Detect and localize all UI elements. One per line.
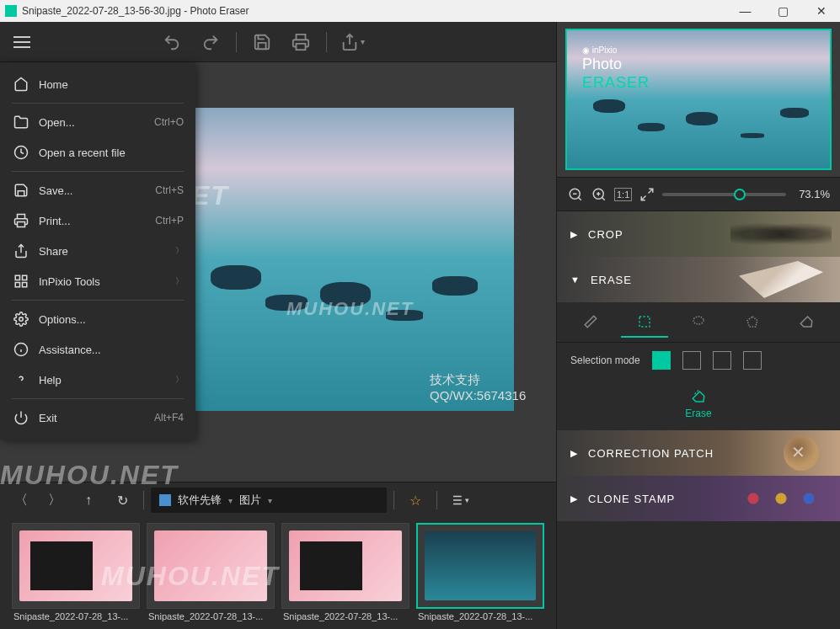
accordion-erase[interactable]: ▼ ERASE bbox=[557, 257, 840, 302]
folder-open-icon bbox=[12, 113, 30, 131]
menu-label: Open a recent file bbox=[39, 147, 126, 159]
tools-icon bbox=[12, 272, 30, 291]
minimize-button[interactable]: — bbox=[726, 0, 764, 22]
thumbnail-label: Snipaste_2022-07-28_13-... bbox=[281, 609, 409, 624]
selection-mode-new[interactable] bbox=[652, 351, 671, 370]
breadcrumb-sep: ▾ bbox=[268, 496, 272, 505]
thumbnail-label: Snipaste_2022-07-28_13-... bbox=[416, 609, 544, 624]
menu-shortcut: Alt+F4 bbox=[154, 412, 184, 424]
zoom-slider-handle[interactable] bbox=[734, 189, 746, 200]
svg-line-25 bbox=[649, 189, 653, 193]
print-icon bbox=[12, 211, 30, 230]
accordion-crop[interactable]: ▶ CROP bbox=[557, 211, 840, 257]
zoom-out-button[interactable] bbox=[567, 186, 584, 203]
thumbnail-item[interactable]: Snipaste_2022-07-28_13-... bbox=[416, 523, 544, 624]
svg-rect-6 bbox=[23, 275, 27, 280]
undo-button[interactable] bbox=[155, 27, 189, 57]
preview-image[interactable]: ◉ inPixio Photo ERASER bbox=[565, 29, 832, 170]
file-menu: Home Open... Ctrl+O Open a recent file S… bbox=[0, 62, 195, 440]
filmstrip: 〈 〉 ↑ ↻ 软件先锋 ▾ 图片 ▾ ☆ ▾ bbox=[0, 482, 556, 629]
watermark: MUHOU.NET bbox=[0, 460, 179, 491]
brush-tool[interactable] bbox=[567, 307, 614, 338]
menu-open[interactable]: Open... Ctrl+O bbox=[0, 107, 195, 137]
menu-home[interactable]: Home bbox=[0, 69, 195, 99]
polygon-tool[interactable] bbox=[729, 307, 776, 338]
zoom-fit-button[interactable] bbox=[639, 186, 655, 203]
accordion-label: CORRECTION PATCH bbox=[588, 447, 714, 460]
menu-label: Print... bbox=[39, 215, 71, 227]
watermark: MUHOU.NET bbox=[101, 561, 280, 592]
share-button[interactable]: ▾ bbox=[335, 27, 369, 57]
svg-line-26 bbox=[642, 195, 646, 200]
menu-inpixio-tools[interactable]: InPixio Tools 〉 bbox=[0, 266, 195, 296]
canvas-image[interactable] bbox=[177, 108, 514, 411]
chevron-down-icon: ▼ bbox=[570, 275, 581, 285]
menu-options[interactable]: Options... bbox=[0, 304, 195, 334]
favorite-button[interactable]: ☆ bbox=[401, 486, 430, 514]
accordion-label: CROP bbox=[588, 228, 623, 241]
menu-shortcut: Ctrl+O bbox=[154, 116, 184, 128]
menu-shortcut: Ctrl+P bbox=[155, 215, 184, 227]
brand-line1: Photo bbox=[582, 56, 650, 74]
main-toolbar: ▾ bbox=[0, 22, 556, 62]
svg-marker-29 bbox=[747, 317, 757, 327]
zoom-in-button[interactable] bbox=[591, 186, 607, 203]
menu-label: Help bbox=[39, 374, 62, 386]
menu-label: Exit bbox=[39, 412, 57, 424]
menu-assistance[interactable]: Assistance... bbox=[0, 334, 195, 365]
app-icon bbox=[5, 5, 17, 17]
selection-mode-label: Selection mode bbox=[570, 354, 640, 366]
chevron-right-icon: 〉 bbox=[175, 275, 184, 287]
menu-help[interactable]: Help 〉 bbox=[0, 365, 195, 395]
save-icon bbox=[12, 181, 30, 200]
svg-point-9 bbox=[19, 317, 24, 322]
hamburger-menu-button[interactable] bbox=[7, 27, 37, 57]
chevron-right-icon: ▶ bbox=[570, 229, 578, 240]
save-button[interactable] bbox=[245, 27, 279, 57]
menu-label: Home bbox=[39, 78, 68, 91]
selection-mode-row: Selection mode bbox=[557, 343, 840, 378]
menu-save[interactable]: Save... Ctrl+S bbox=[0, 175, 195, 205]
menu-shortcut: Ctrl+S bbox=[155, 184, 184, 196]
svg-line-19 bbox=[578, 197, 581, 200]
thumbnail-item[interactable]: Snipaste_2022-07-28_13-... bbox=[281, 523, 409, 624]
svg-rect-3 bbox=[18, 222, 25, 227]
selection-mode-subtract[interactable] bbox=[713, 351, 731, 370]
brand-overlay: ◉ inPixio Photo ERASER bbox=[582, 45, 650, 92]
svg-rect-0 bbox=[297, 43, 306, 49]
eraser-tool[interactable] bbox=[783, 307, 830, 338]
selection-mode-add[interactable] bbox=[682, 351, 701, 370]
redo-button[interactable] bbox=[194, 27, 227, 57]
close-button[interactable]: ✕ bbox=[802, 0, 840, 22]
marquee-tool[interactable] bbox=[621, 307, 668, 338]
erase-action-button[interactable]: Erase bbox=[557, 378, 840, 430]
svg-rect-7 bbox=[23, 283, 27, 287]
accordion-label: CLONE STAMP bbox=[588, 493, 675, 505]
view-mode-button[interactable]: ▾ bbox=[444, 486, 473, 514]
gear-icon bbox=[12, 310, 30, 328]
accordion-clone[interactable]: ▶ CLONE STAMP bbox=[557, 476, 840, 521]
print-button[interactable] bbox=[284, 27, 318, 57]
accordion-correction[interactable]: ▶ CORRECTION PATCH bbox=[557, 430, 840, 476]
chevron-right-icon: ▶ bbox=[570, 493, 578, 504]
maximize-button[interactable]: ▢ bbox=[764, 0, 802, 22]
breadcrumb[interactable]: 软件先锋 ▾ 图片 ▾ bbox=[151, 488, 387, 513]
zoom-actual-button[interactable]: 1:1 bbox=[614, 188, 632, 201]
folder-icon bbox=[159, 494, 171, 506]
menu-open-recent[interactable]: Open a recent file bbox=[0, 137, 195, 168]
menu-share[interactable]: Share 〉 bbox=[0, 236, 195, 266]
breadcrumb-item[interactable]: 图片 bbox=[239, 493, 261, 508]
erase-tools bbox=[557, 302, 840, 343]
zoom-controls: 1:1 73.1% bbox=[557, 178, 840, 211]
menu-exit[interactable]: Exit Alt+F4 bbox=[0, 402, 195, 433]
brand-line2: ERASER bbox=[582, 74, 650, 93]
power-icon bbox=[12, 408, 30, 427]
breadcrumb-sep: ▾ bbox=[228, 496, 233, 505]
breadcrumb-item[interactable]: 软件先锋 bbox=[178, 493, 222, 508]
svg-line-22 bbox=[602, 197, 604, 200]
zoom-slider[interactable] bbox=[662, 193, 786, 196]
menu-print[interactable]: Print... Ctrl+P bbox=[0, 205, 195, 236]
lasso-tool[interactable] bbox=[675, 307, 722, 338]
selection-mode-intersect[interactable] bbox=[743, 351, 762, 370]
preview-box: ◉ inPixio Photo ERASER bbox=[557, 22, 840, 178]
